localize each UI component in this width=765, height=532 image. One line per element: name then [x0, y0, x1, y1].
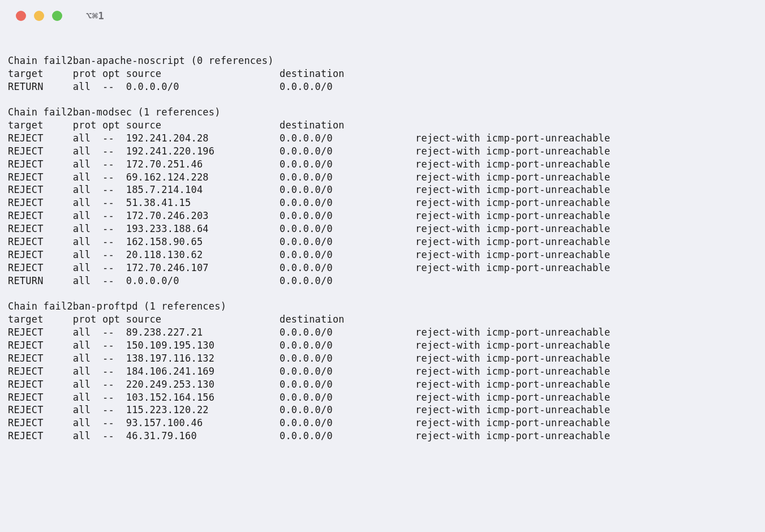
rule-row: REJECT all -- 138.197.116.132 0.0.0.0/0 …: [8, 352, 765, 365]
rule-row: REJECT all -- 172.70.251.46 0.0.0.0/0 re…: [8, 158, 765, 171]
rule-row: RETURN all -- 0.0.0.0/0 0.0.0.0/0: [8, 274, 765, 288]
rule-row: REJECT all -- 46.31.79.160 0.0.0.0/0 rej…: [8, 430, 765, 443]
rule-row: REJECT all -- 185.7.214.104 0.0.0.0/0 re…: [8, 183, 765, 196]
rule-row: REJECT all -- 184.106.241.169 0.0.0.0/0 …: [8, 365, 765, 378]
titlebar-label: ⌥⌘1: [86, 10, 104, 23]
rule-row: REJECT all -- 51.38.41.15 0.0.0.0/0 reje…: [8, 196, 765, 209]
rule-row: REJECT all -- 69.162.124.228 0.0.0.0/0 r…: [8, 171, 765, 184]
rule-row: REJECT all -- 89.238.227.21 0.0.0.0/0 re…: [8, 326, 765, 339]
rule-row: REJECT all -- 193.233.188.64 0.0.0.0/0 r…: [8, 222, 765, 235]
rule-row: REJECT all -- 192.241.220.196 0.0.0.0/0 …: [8, 145, 765, 158]
rule-row: REJECT all -- 150.109.195.130 0.0.0.0/0 …: [8, 339, 765, 352]
rule-row: REJECT all -- 20.118.130.62 0.0.0.0/0 re…: [8, 248, 765, 261]
rule-row: REJECT all -- 115.223.120.22 0.0.0.0/0 r…: [8, 404, 765, 417]
minimize-icon[interactable]: [34, 11, 44, 21]
rule-row: REJECT all -- 162.158.90.65 0.0.0.0/0 re…: [8, 235, 765, 248]
chain-header: Chain fail2ban-modsec (1 references): [8, 106, 765, 119]
terminal-output[interactable]: Chain fail2ban-apache-noscript (0 refere…: [0, 32, 765, 443]
rule-row: REJECT all -- 172.70.246.203 0.0.0.0/0 r…: [8, 209, 765, 222]
chain-block: Chain fail2ban-apache-noscript (0 refere…: [8, 54, 765, 93]
rule-row: REJECT all -- 220.249.253.130 0.0.0.0/0 …: [8, 378, 765, 391]
rule-row: REJECT all -- 192.241.204.28 0.0.0.0/0 r…: [8, 132, 765, 145]
rule-row: REJECT all -- 93.157.100.46 0.0.0.0/0 re…: [8, 417, 765, 430]
chain-block: Chain fail2ban-modsec (1 references)targ…: [8, 106, 765, 288]
rule-row: REJECT all -- 172.70.246.107 0.0.0.0/0 r…: [8, 261, 765, 274]
maximize-icon[interactable]: [52, 11, 62, 21]
column-header: target prot opt source destination: [8, 313, 765, 326]
rule-row: REJECT all -- 103.152.164.156 0.0.0.0/0 …: [8, 391, 765, 404]
rule-row: RETURN all -- 0.0.0.0/0 0.0.0.0/0: [8, 80, 765, 93]
close-icon[interactable]: [16, 11, 26, 21]
window-titlebar: ⌥⌘1: [0, 0, 765, 32]
traffic-lights: [16, 11, 62, 21]
chain-block: Chain fail2ban-proftpd (1 references)tar…: [8, 300, 765, 443]
chain-header: Chain fail2ban-apache-noscript (0 refere…: [8, 54, 765, 67]
column-header: target prot opt source destination: [8, 67, 765, 80]
column-header: target prot opt source destination: [8, 119, 765, 132]
chain-header: Chain fail2ban-proftpd (1 references): [8, 300, 765, 313]
